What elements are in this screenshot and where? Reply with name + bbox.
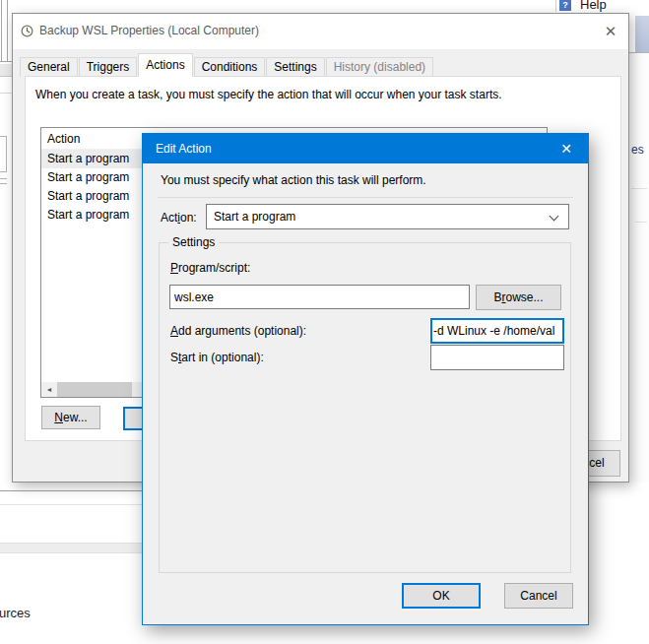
background-window-edge [0, 93, 12, 94]
tab-history: History (disabled) [326, 57, 433, 77]
scrollbar-thumb[interactable] [57, 382, 132, 397]
properties-titlebar[interactable]: Backup WSL Properties (Local Computer) ✕ [13, 14, 628, 49]
background-toolbar-fragment [0, 64, 12, 77]
edit-action-titlebar[interactable]: Edit Action ✕ [143, 134, 588, 163]
divider [635, 222, 647, 223]
menu-item-help[interactable]: Help [580, 0, 607, 12]
divider [158, 197, 573, 198]
background-row-fragment [0, 543, 142, 553]
settings-group-label: Settings [168, 235, 219, 249]
background-window-edge [1, 0, 2, 61]
background-window-edge [0, 61, 12, 62]
add-arguments-input[interactable] [430, 318, 564, 344]
close-icon[interactable]: ✕ [598, 20, 623, 42]
action-type-dropdown[interactable]: Start a program [206, 204, 569, 229]
program-script-input[interactable] [169, 285, 470, 309]
close-icon[interactable]: ✕ [551, 134, 582, 163]
browse-button[interactable]: Browse... [476, 285, 561, 310]
background-actions-pane-fragment: es [629, 52, 649, 483]
start-in-label: Start in (optional): [170, 351, 264, 364]
program-script-label: Program/script: [170, 261, 250, 275]
help-icon[interactable]: ? [559, 0, 571, 11]
settings-group: Settings Program/script: Browse... Add a… [159, 242, 571, 573]
tab-general[interactable]: General [20, 57, 78, 77]
tab-actions[interactable]: Actions [138, 53, 192, 77]
properties-dialog-title: Backup WSL Properties (Local Computer) [39, 24, 259, 37]
edit-action-description: You must specify what action this task w… [161, 173, 426, 187]
tab-strip: General Triggers Actions Conditions Sett… [20, 53, 434, 77]
menubar-separator [555, 0, 556, 12]
task-scheduler-icon [21, 25, 33, 37]
new-button[interactable]: New... [41, 406, 100, 429]
edit-action-title: Edit Action [156, 134, 212, 163]
edit-action-dialog: Edit Action ✕ You must specify what acti… [142, 133, 589, 625]
background-window-edge [0, 504, 142, 505]
background-text-fragment: es [631, 143, 644, 157]
tab-triggers[interactable]: Triggers [79, 57, 138, 77]
browse-button-label: Browse... [493, 290, 543, 304]
background-window-edge [0, 490, 142, 491]
start-in-input[interactable] [430, 345, 564, 370]
divider [631, 188, 647, 189]
action-type-value: Start a program [214, 205, 295, 228]
tab-conditions[interactable]: Conditions [194, 57, 266, 77]
intro-text: When you create a task, you must specify… [35, 88, 502, 101]
chevron-down-icon [550, 212, 559, 222]
ok-button[interactable]: OK [402, 583, 481, 609]
new-button-label: New... [54, 411, 87, 424]
add-arguments-label: Add arguments (optional): [170, 324, 306, 338]
background-window-edge [7, 0, 8, 61]
tab-settings[interactable]: Settings [266, 57, 324, 77]
background-text-fragment: urces [0, 606, 31, 620]
scroll-left-icon[interactable]: ◄ [41, 382, 57, 397]
cancel-button[interactable]: Cancel [504, 583, 573, 609]
background-list-fragment [0, 178, 7, 184]
background-menubar: ? Help [552, 0, 649, 13]
action-label: Action: [161, 211, 197, 225]
background-list-fragment [0, 136, 7, 172]
